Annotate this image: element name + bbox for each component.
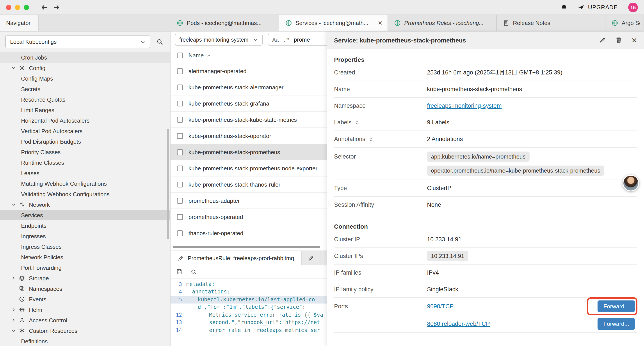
sidebar-item-network-policies[interactable]: Network Policies [0, 252, 170, 262]
horizontal-scrollbar[interactable] [173, 246, 320, 248]
sidebar-item-endpoints[interactable]: Endpoints [0, 220, 170, 231]
bell-icon[interactable] [561, 4, 567, 10]
sidebar-tree: Cron JobsConfigConfig MapsSecretsResourc… [0, 52, 170, 346]
sidebar-item-limit-ranges[interactable]: Limit Ranges [0, 105, 170, 115]
row-checkbox[interactable] [177, 84, 183, 90]
sidebar-item-leases[interactable]: Leases [0, 168, 170, 178]
table-row-thanos-ruler-operated[interactable]: thanos-ruler-operated [170, 225, 326, 241]
table-row-alertmanager-operated[interactable]: alertmanager-operated [170, 63, 326, 79]
close-window-button[interactable] [6, 4, 12, 10]
search-icon[interactable] [156, 38, 163, 45]
row-checkbox[interactable] [177, 149, 183, 155]
sidebar-item-port-forwarding[interactable]: Port Forwarding [0, 262, 170, 273]
port-link[interactable]: 9090/TCP [427, 303, 454, 310]
sidebar-item-access-control[interactable]: Access Control [0, 315, 170, 326]
editor-search-icon[interactable] [191, 269, 197, 275]
regex-toggle[interactable]: .* [283, 36, 289, 43]
navigator-tab[interactable]: Navigator [0, 15, 38, 31]
tab-release-notes[interactable]: Release Notes [497, 15, 606, 31]
tab-services-icecheng-math[interactable]: Services - icecheng@math...× [279, 15, 388, 31]
table-row-kube-prometheus-stack-operator[interactable]: kube-prometheus-stack-operator [170, 128, 326, 144]
tab-prometheus-rules-icecheng[interactable]: Prometheus Rules - icecheng... [388, 15, 497, 31]
table-row-kube-prometheus-stack-alertmanager[interactable]: kube-prometheus-stack-alertmanager [170, 79, 326, 95]
user-avatar[interactable] [622, 175, 639, 191]
sidebar-item-runtime-classes[interactable]: Runtime Classes [0, 157, 170, 168]
row-checkbox[interactable] [177, 198, 183, 203]
match-case-toggle[interactable]: Aa [272, 36, 278, 43]
row-checkbox[interactable] [177, 100, 183, 106]
row-checkbox[interactable] [177, 68, 183, 74]
table-row-prometheus-operated[interactable]: prometheus-operated [170, 209, 326, 225]
dock-tab-next[interactable] [302, 251, 320, 265]
table-row-prometheus-adapter[interactable]: prometheus-adapter [170, 193, 326, 209]
edit-service-icon[interactable] [599, 37, 606, 43]
sidebar-item-ingresses[interactable]: Ingresses [0, 231, 170, 241]
table-row-kube-prometheus-stack-grafana[interactable]: kube-prometheus-stack-grafana [170, 95, 326, 112]
chevron-down-icon[interactable] [10, 65, 17, 70]
column-header-name[interactable]: Name [188, 52, 204, 59]
sidebar-item-custom-resources[interactable]: Custom Resources [0, 326, 170, 336]
row-checkbox[interactable] [177, 214, 183, 220]
sidebar-scrollbar[interactable] [167, 129, 169, 239]
chevron-right-icon[interactable] [10, 318, 17, 323]
sidebar-item-storage[interactable]: Storage [0, 273, 170, 283]
row-checkbox[interactable] [177, 133, 183, 139]
save-icon[interactable] [176, 269, 183, 275]
sidebar-item-events[interactable]: Events [0, 294, 170, 304]
chevron-down-icon[interactable] [10, 202, 17, 207]
search-input[interactable]: prome [294, 36, 310, 43]
notification-count-badge[interactable]: 15 [628, 2, 638, 12]
forward-button[interactable]: Forward... [598, 301, 635, 312]
sort-ascending-icon[interactable] [206, 53, 211, 58]
row-checkbox[interactable] [177, 117, 183, 122]
table-row-kube-prometheus-stack-prometheus-node-exporter[interactable]: kube-prometheus-stack-prometheus-node-ex… [170, 160, 326, 177]
sidebar-item-priority-classes[interactable]: Priority Classes [0, 147, 170, 157]
port-link[interactable]: 8080:reloader-web/TCP [427, 321, 490, 327]
close-drawer-icon[interactable]: × [632, 35, 637, 45]
back-icon[interactable] [40, 3, 48, 11]
zoom-window-button[interactable] [24, 4, 29, 10]
close-tab-icon[interactable]: × [376, 19, 384, 27]
table-row-kube-prometheus-stack-kube-state-metrics[interactable]: kube-prometheus-stack-kube-state-metrics [170, 112, 326, 128]
sidebar-item-config-maps[interactable]: Config Maps [0, 73, 170, 84]
upgrade-button[interactable]: UPGRADE [578, 4, 618, 10]
sidebar-item-pod-disruption-budgets[interactable]: Pod Disruption Budgets [0, 136, 170, 147]
namespace-link[interactable]: freeleaps-monitoring-system [427, 102, 502, 109]
kubeconfig-select[interactable]: Local Kubeconfigs [5, 35, 150, 48]
forward-icon[interactable] [52, 3, 60, 11]
sidebar-item-ingress-classes[interactable]: Ingress Classes [0, 241, 170, 252]
row-checkbox[interactable] [177, 230, 183, 236]
table-row-kube-prometheus-stack-thanos-ruler[interactable]: kube-prometheus-stack-thanos-ruler [170, 177, 326, 193]
select-all-checkbox[interactable] [177, 52, 183, 58]
yaml-editor[interactable]: 3metadata:4annotations:5kubectl.kubernet… [170, 279, 326, 346]
sidebar-item-cron-jobs[interactable]: Cron Jobs [0, 52, 170, 63]
sort-updown-icon[interactable] [368, 136, 374, 142]
tab-argo-se[interactable]: Argo Se [606, 15, 644, 31]
chevron-right-icon[interactable] [10, 276, 17, 281]
sidebar-item-services[interactable]: Services [0, 210, 170, 220]
tab-pods-icecheng-mathmas[interactable]: Pods - icecheng@mathmas... [170, 15, 279, 31]
sidebar-item-namespaces[interactable]: Namespaces [0, 283, 170, 294]
namespace-select[interactable]: freeleaps-monitoring-system [175, 34, 262, 45]
sidebar-item-config[interactable]: Config [0, 63, 170, 73]
search-box[interactable]: Aa .* prome [268, 34, 326, 45]
sidebar-item-network[interactable]: Network [0, 199, 170, 210]
delete-service-icon[interactable] [615, 37, 622, 43]
sidebar-item-mutating-webhook-configurations[interactable]: Mutating Webhook Configurations [0, 178, 170, 189]
forward-button[interactable]: Forward... [598, 318, 635, 330]
sidebar-item-definitions[interactable]: Definitions [0, 336, 170, 346]
dock-tab-prometheusrule[interactable]: PrometheusRule: freeleaps-prod-rabbitmq [170, 251, 302, 265]
chevron-right-icon[interactable] [10, 307, 17, 312]
minimize-window-button[interactable] [15, 4, 20, 10]
sidebar-item-validating-webhook-configurations[interactable]: Validating Webhook Configurations [0, 189, 170, 199]
sidebar-item-secrets[interactable]: Secrets [0, 84, 170, 94]
row-checkbox[interactable] [177, 165, 183, 171]
sidebar-item-helm[interactable]: Helm [0, 304, 170, 315]
row-checkbox[interactable] [177, 182, 183, 187]
sidebar-item-resource-quotas[interactable]: Resource Quotas [0, 94, 170, 105]
sort-updown-icon[interactable] [355, 120, 360, 125]
sidebar-item-vertical-pod-autoscalers[interactable]: Vertical Pod Autoscalers [0, 126, 170, 136]
sidebar-item-horizontal-pod-autoscalers[interactable]: Horizontal Pod Autoscalers [0, 115, 170, 126]
chevron-down-icon[interactable] [10, 328, 17, 333]
table-row-kube-prometheus-stack-prometheus[interactable]: kube-prometheus-stack-prometheus [170, 144, 326, 160]
